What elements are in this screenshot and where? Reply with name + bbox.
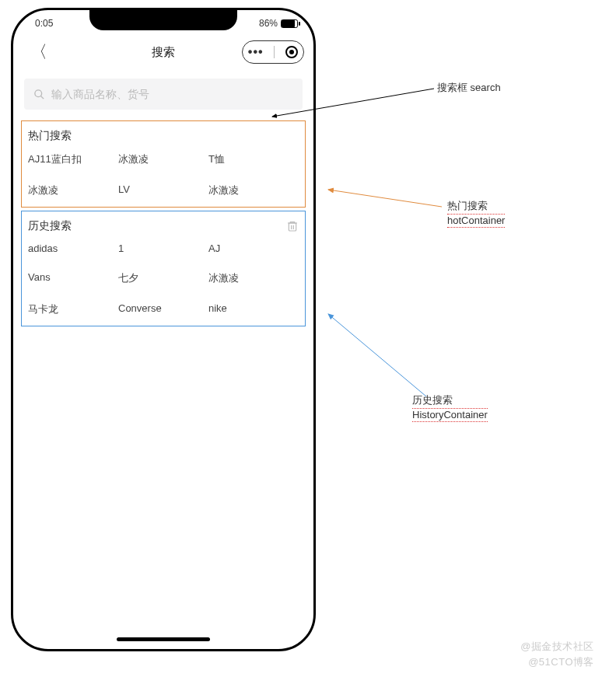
home-indicator	[117, 637, 210, 641]
hot-tag[interactable]: 冰激凌	[208, 183, 299, 197]
search-input[interactable]	[51, 88, 293, 100]
history-tag[interactable]: 1	[118, 243, 208, 254]
trash-icon[interactable]	[286, 220, 299, 232]
arrow-history	[317, 303, 450, 404]
battery-percent: 86%	[259, 18, 278, 29]
annotation-search-label: 搜索框 search	[437, 81, 501, 95]
history-tag[interactable]: Converse	[118, 302, 208, 316]
hot-tag[interactable]: 冰激凌	[118, 152, 208, 166]
close-target-icon[interactable]	[285, 46, 298, 58]
hot-tag[interactable]: 冰激凌	[28, 183, 118, 197]
history-tag-grid: adidas 1 AJ Vans 七夕 冰激凌 马卡龙 Converse nik…	[26, 241, 300, 318]
svg-point-0	[35, 89, 42, 96]
history-container: 历史搜索 adidas 1 AJ Vans 七夕 冰激凌 马卡龙 Convers…	[21, 211, 306, 326]
annotation-hot-label: 热门搜索 hotContainer	[447, 199, 505, 228]
menu-dots-icon[interactable]: •••	[248, 46, 264, 58]
svg-line-1	[41, 96, 44, 98]
page-title: 搜索	[152, 45, 175, 60]
history-tag[interactable]: AJ	[208, 243, 299, 254]
svg-line-6	[328, 190, 442, 207]
annotation-history-label: 历史搜索 HistoryContainer	[412, 393, 488, 422]
history-tag[interactable]: nike	[208, 302, 299, 316]
hot-container: 热门搜索 AJ11蓝白扣 冰激凌 T恤 冰激凌 LV 冰激凌	[21, 120, 306, 208]
back-button[interactable]: 〈	[24, 37, 54, 67]
history-tag[interactable]: Vans	[28, 271, 118, 285]
hot-tag-grid: AJ11蓝白扣 冰激凌 T恤 冰激凌 LV 冰激凌	[26, 151, 300, 199]
status-time: 0:05	[35, 18, 53, 29]
history-tag[interactable]: 七夕	[118, 271, 208, 285]
svg-line-7	[328, 314, 426, 396]
history-tag[interactable]: adidas	[28, 243, 118, 254]
history-tag[interactable]: 马卡龙	[28, 302, 118, 316]
capsule-divider	[274, 46, 275, 58]
watermark-51cto: @51CTO博客	[528, 655, 594, 669]
arrow-search	[264, 85, 443, 124]
svg-line-5	[272, 89, 434, 117]
hot-title: 热门搜索	[28, 129, 72, 143]
history-title: 历史搜索	[28, 219, 72, 233]
wechat-capsule[interactable]: •••	[242, 40, 304, 64]
search-icon	[33, 89, 45, 100]
hot-tag[interactable]: AJ11蓝白扣	[28, 152, 118, 166]
watermark-juejin: @掘金技术社区	[520, 640, 594, 654]
battery-indicator: 86%	[259, 18, 298, 29]
battery-icon	[281, 19, 298, 28]
search-box[interactable]	[24, 79, 303, 110]
phone-notch	[89, 9, 237, 30]
hot-tag[interactable]: LV	[118, 183, 208, 197]
svg-rect-2	[289, 223, 296, 231]
history-tag[interactable]: 冰激凌	[208, 271, 299, 285]
hot-tag[interactable]: T恤	[208, 152, 299, 166]
arrow-hot	[317, 183, 450, 215]
nav-bar: 〈 搜索 •••	[13, 29, 313, 75]
battery-fill	[282, 20, 295, 27]
